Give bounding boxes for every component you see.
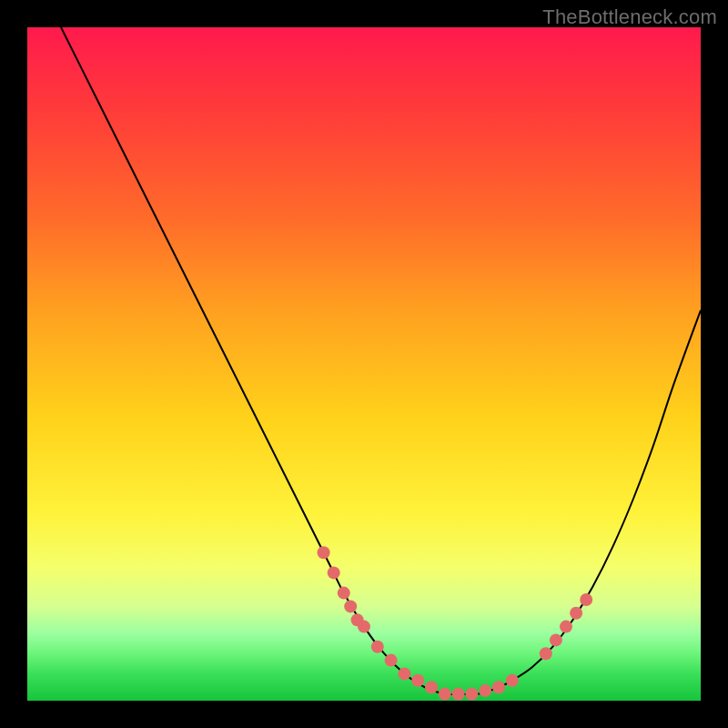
highlight-dot xyxy=(344,600,357,612)
highlight-dot xyxy=(318,546,330,559)
highlight-dot xyxy=(452,688,465,701)
highlight-dot xyxy=(465,688,478,701)
plot-area xyxy=(27,27,701,701)
highlight-dot xyxy=(540,647,552,660)
highlight-dot xyxy=(338,587,350,600)
chart-svg xyxy=(27,27,701,701)
highlight-dot xyxy=(371,641,384,653)
highlight-dot xyxy=(570,607,582,620)
highlight-dot xyxy=(506,674,519,687)
highlight-dot xyxy=(580,593,592,606)
highlight-dot xyxy=(411,674,424,687)
chart-frame: TheBottleneck.com xyxy=(0,0,728,728)
watermark-text: TheBottleneck.com xyxy=(542,5,717,29)
highlight-dot xyxy=(439,688,451,701)
bottleneck-curve xyxy=(61,27,701,694)
highlight-dot xyxy=(560,621,572,633)
highlight-dot xyxy=(479,684,491,697)
highlight-dot xyxy=(398,667,410,680)
highlight-dot xyxy=(550,633,562,646)
highlight-dot xyxy=(328,566,340,579)
highlight-dots-group xyxy=(318,546,593,700)
highlight-dot xyxy=(425,681,438,693)
highlight-dot xyxy=(358,621,370,633)
highlight-dot xyxy=(385,654,398,667)
highlight-dot xyxy=(492,681,505,693)
